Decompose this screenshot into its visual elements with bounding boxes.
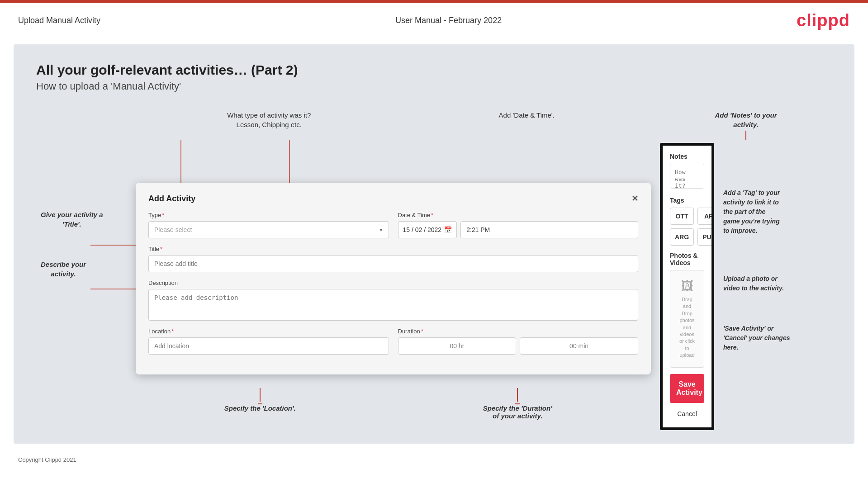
header: Upload Manual Activity User Manual - Feb…: [0, 3, 868, 35]
type-annotation: What type of activity was it?Lesson, Chi…: [224, 110, 314, 147]
datetime-label: Date & Time*: [398, 212, 639, 218]
tag-putt[interactable]: PUTT: [697, 228, 714, 246]
tags-label: Tags: [670, 197, 704, 204]
location-input[interactable]: [148, 337, 389, 355]
right-panel: Add 'Notes' to youractivity. Notes Tags …: [660, 110, 832, 430]
datetime-group: Date & Time* 15 / 02 / 2022 📅: [398, 212, 639, 238]
tag-annotation: Add a 'Tag' to youractivity to link it t…: [723, 188, 780, 236]
duration-min-input[interactable]: [520, 337, 638, 355]
duration-inputs: [398, 337, 639, 355]
date-input[interactable]: 15 / 02 / 2022 📅: [398, 221, 457, 238]
title-group: Title*: [148, 246, 638, 272]
save-activity-button[interactable]: Save Activity: [670, 374, 704, 403]
description-annotation: Describe youractivity.: [41, 260, 86, 279]
datetime-annotation: Add 'Date & Time'.: [490, 110, 563, 147]
modal-title: Add Activity: [148, 194, 195, 204]
description-input[interactable]: [148, 289, 638, 321]
photo-icon: 🖼: [678, 279, 696, 294]
page-title: Upload Manual Activity: [18, 16, 100, 25]
type-select[interactable]: Please select: [148, 221, 389, 238]
notes-annotation: Add 'Notes' to youractivity.: [660, 110, 832, 140]
calendar-icon: 📅: [444, 226, 452, 233]
top-annotations: What type of activity was it?Lesson, Chi…: [136, 110, 651, 147]
mobile-screen-inner: Notes Tags OTT APP ARG PUTT Photos & Vid…: [663, 146, 711, 427]
right-labels: Add a 'Tag' to youractivity to link it t…: [714, 143, 832, 430]
header-divider: [18, 35, 850, 35]
mobile-screen: Notes Tags OTT APP ARG PUTT Photos & Vid…: [660, 143, 714, 430]
location-annotation: Specify the 'Location'.: [224, 388, 296, 424]
datetime-inputs: 15 / 02 / 2022 📅: [398, 221, 639, 238]
footer: Copyright Clippd 2021: [0, 453, 868, 467]
close-button[interactable]: ✕: [631, 194, 638, 204]
title-input[interactable]: [148, 255, 638, 272]
photos-label: Photos & Videos: [670, 252, 704, 266]
location-label-field: Location*: [148, 328, 389, 335]
right-content: Notes Tags OTT APP ARG PUTT Photos & Vid…: [660, 143, 832, 430]
tag-app[interactable]: APP: [697, 208, 714, 225]
title-annotation: Give your activity a'Title'.: [41, 210, 103, 229]
tag-ott[interactable]: OTT: [670, 208, 694, 225]
photo-upload-box[interactable]: 🖼 Drag and Drop photos and videos or cli…: [670, 270, 704, 368]
modal-header: Add Activity ✕: [148, 194, 638, 204]
form-row-description: Description: [148, 280, 638, 321]
main-content: All your golf-relevant activities… (Part…: [14, 44, 854, 444]
add-activity-modal: Add Activity ✕ Type* Please select: [136, 183, 651, 374]
logo: clippd: [797, 11, 850, 30]
type-group: Type* Please select: [148, 212, 389, 238]
photo-annotation: Upload a photo orvideo to the activity.: [723, 274, 784, 293]
title-label-field: Title*: [148, 246, 638, 252]
document-title: User Manual - February 2022: [395, 16, 502, 25]
type-label: Type*: [148, 212, 389, 218]
tag-arg[interactable]: ARG: [670, 228, 694, 246]
save-annotation: 'Save Activity' or'Cancel' your changesh…: [723, 324, 790, 352]
page-heading: All your golf-relevant activities… (Part…: [36, 62, 832, 92]
copyright-text: Copyright Clippd 2021: [18, 456, 76, 463]
tags-grid: OTT APP ARG PUTT: [670, 208, 704, 246]
notes-input[interactable]: [670, 164, 704, 189]
duration-hr-input[interactable]: [398, 337, 517, 355]
cancel-button[interactable]: Cancel: [670, 407, 704, 420]
location-group: Location*: [148, 328, 389, 355]
bottom-annotations: Specify the 'Location'. Specify the 'Dur…: [136, 388, 651, 424]
form-row-1: Type* Please select Date & Time*: [148, 212, 638, 238]
description-label-field: Description: [148, 280, 638, 286]
description-group: Description: [148, 280, 638, 321]
form-row-location-duration: Location* Duration*: [148, 328, 638, 355]
duration-annotation: Specify the 'Duration'of your activity.: [472, 388, 563, 424]
time-input[interactable]: [460, 221, 638, 238]
duration-group: Duration*: [398, 328, 639, 355]
left-annotations: Give your activity a'Title'. Describe yo…: [36, 110, 136, 430]
center-col: What type of activity was it?Lesson, Chi…: [136, 110, 651, 430]
type-select-wrapper: Please select: [148, 221, 389, 238]
notes-label: Notes: [670, 153, 704, 160]
form-row-title: Title*: [148, 246, 638, 272]
duration-label-field: Duration*: [398, 328, 639, 335]
photo-text: Drag and Drop photos and videos or click…: [678, 296, 696, 359]
